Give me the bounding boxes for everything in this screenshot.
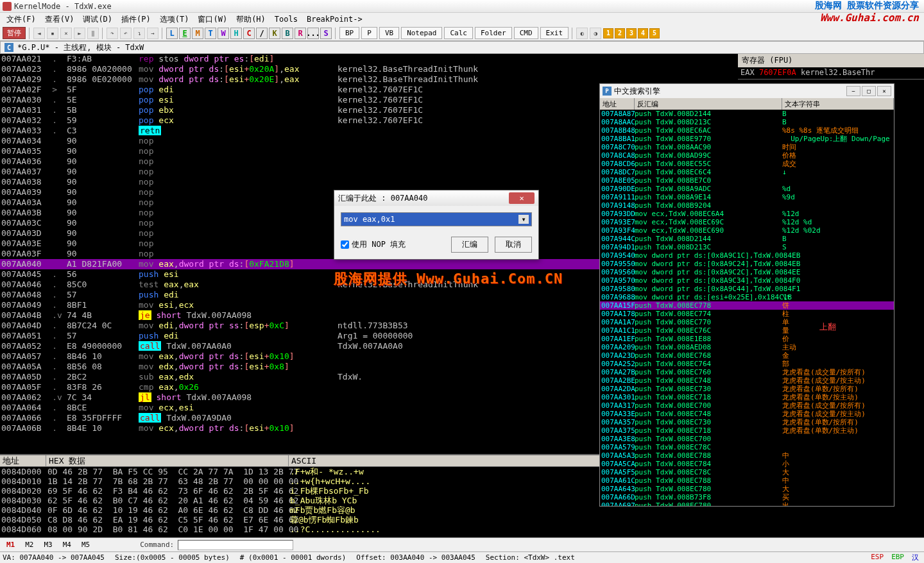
letter-button[interactable]: L	[166, 28, 178, 39]
search-row[interactable]: 007AA66Dpush TdxW.008B73F8买	[600, 493, 894, 501]
search-row[interactable]: 007AA1EFpush TdxW.008E1E88价	[600, 335, 894, 343]
search-row[interactable]: 007AA3E8push TdxW.008EC700	[600, 435, 894, 443]
search-row[interactable]: 007AA178push TdxW.008EC774柱	[600, 310, 894, 318]
number-button[interactable]: 4	[638, 28, 648, 38]
search-row[interactable]: 007A9560mov dword ptr ds:[0x8A9C2C],TdxW…	[600, 268, 894, 276]
tool-btn[interactable]: ◐	[576, 28, 588, 39]
hex-row[interactable]: 0084D0400F 6D 46 62 10 19 46 62 A0 6E 46…	[0, 505, 738, 515]
search-row[interactable]: 007A9570mov dword ptr ds:[0x8A9C34],TdxW…	[600, 276, 894, 285]
menu-item[interactable]: 帮助(H)	[232, 13, 270, 26]
search-row[interactable]: 007AA1C1push TdxW.008EC76C量	[600, 326, 894, 335]
dialog-title[interactable]: 汇编于此处 : 007AA040 ✕	[334, 190, 538, 206]
cancel-button[interactable]: 取消	[495, 237, 532, 253]
search-row[interactable]: 007A93E7mov ecx,TdxW.008EC69C%12d %d	[600, 218, 894, 226]
search-row[interactable]: 007AA27Bpush TdxW.008EC760龙虎看盘(成交量/按所有)	[600, 368, 894, 376]
search-row[interactable]: 007A9540mov dword ptr ds:[0x8A9C1C],TdxW…	[600, 251, 894, 260]
tool-btn[interactable]: ↶	[120, 28, 132, 39]
tab[interactable]: M2	[21, 539, 37, 550]
tab[interactable]: M3	[40, 539, 56, 550]
search-row[interactable]: 007AA5CApush TdxW.008EC784小	[600, 460, 894, 468]
tool-btn[interactable]: ◄	[33, 28, 45, 39]
letter-button[interactable]: K	[269, 28, 280, 39]
search-row[interactable]: 007A9688mov dword ptr ds:[esi+0x25E],0x1…	[600, 293, 894, 301]
disasm-row[interactable]: 007AA023. 8986 0A020000mov dword ptr ds:…	[0, 64, 738, 74]
search-row[interactable]: 007AA33Epush TdxW.008EC748龙虎看盘(成交量/按主动)	[600, 410, 894, 418]
assemble-input[interactable]: mov eax,0x1▾	[341, 212, 532, 226]
toolbar-text-button[interactable]: Calc	[444, 27, 473, 39]
menu-item[interactable]: 插件(P)	[117, 13, 155, 26]
search-row[interactable]: 007A8BA1push TdxW.008E9770 Up/PageUp:上翻 …	[600, 135, 894, 143]
letter-button[interactable]: W	[218, 28, 229, 39]
search-row[interactable]: 007A8AACpush TdxW.008D213CB	[600, 118, 894, 126]
maximize-icon[interactable]: □	[862, 86, 876, 96]
search-row[interactable]: 007A8E05push TdxW.008BE7C0	[600, 176, 894, 185]
search-row[interactable]: 007AA579push TdxW.008EC78C	[600, 443, 894, 451]
search-row[interactable]: 007AA209push TdxW.008AED08主动	[600, 343, 894, 351]
tab[interactable]: M4	[59, 539, 75, 550]
search-row[interactable]: 007AA23Dpush TdxW.008EC768金	[600, 351, 894, 360]
search-row[interactable]: 007A8A87push TdxW.008D2144B	[600, 110, 894, 118]
search-row[interactable]: 007AA15Fpush TdxW.008EC778饼	[600, 301, 894, 310]
letter-button[interactable]: S	[320, 28, 332, 39]
tab[interactable]: M5	[78, 539, 94, 550]
search-row[interactable]: 007A93DDmov ecx,TdxW.008EC6A4%12d	[600, 210, 894, 218]
hex-row[interactable]: 0084D050C8 D8 46 62 EA 19 46 62 C5 5F 46…	[0, 515, 738, 525]
command-input[interactable]	[178, 540, 293, 550]
chevron-down-icon[interactable]: ▾	[518, 215, 529, 224]
search-row[interactable]: 007AA301push TdxW.008EC718龙虎看盘(单数/按主动)	[600, 393, 894, 401]
letter-button[interactable]: R	[295, 28, 306, 39]
search-row[interactable]: 007A8C70push TdxW.008AAC90时间	[600, 143, 894, 151]
search-row[interactable]: 007A8B48push TdxW.008EC6AC%8s %8s 逐笔成交明细	[600, 126, 894, 135]
toolbar-text-button[interactable]: Folder	[475, 27, 512, 39]
tool-btn[interactable]: ►	[74, 28, 85, 39]
search-row[interactable]: 007A9148push TdxW.008B9204	[600, 201, 894, 210]
toolbar-text-button[interactable]: BP	[339, 27, 359, 39]
menu-item[interactable]: BreakPoint->	[303, 13, 366, 25]
tool-btn[interactable]: ↴	[133, 28, 145, 39]
letter-button[interactable]: T	[205, 28, 216, 39]
toolbar-text-button[interactable]: P	[361, 27, 377, 39]
search-row[interactable]: 007AA357push TdxW.008EC730龙虎看盘(单数/按所有)	[600, 418, 894, 426]
search-row[interactable]: 007AA1A7push TdxW.008EC770单	[600, 318, 894, 326]
close-icon[interactable]: ✕	[877, 86, 891, 96]
hex-row[interactable]: 0084D06008 00 90 2D B0 81 46 62 C0 1E 00…	[0, 525, 738, 534]
pause-button[interactable]: 暂停	[3, 27, 26, 39]
letter-button[interactable]: ...	[307, 28, 319, 39]
toolbar-text-button[interactable]: CMD	[514, 27, 538, 39]
tool-btn[interactable]: ▪	[47, 28, 58, 39]
menu-item[interactable]: Tools	[271, 13, 302, 25]
search-row[interactable]: 007A8DC7push TdxW.008EC6C4↓	[600, 168, 894, 176]
number-button[interactable]: 5	[649, 28, 660, 38]
tab[interactable]: M1	[3, 539, 19, 550]
number-button[interactable]: 2	[615, 28, 625, 38]
number-button[interactable]: 3	[626, 28, 637, 38]
disasm-row[interactable]: 007AA021. F3:ABrep stos dword ptr es:[ed…	[0, 54, 738, 64]
close-icon[interactable]: ✕	[509, 192, 535, 204]
tool-btn[interactable]: ↷	[107, 28, 118, 39]
menu-item[interactable]: 选项(T)	[156, 13, 193, 26]
tool-btn[interactable]: ‖	[87, 28, 99, 39]
tool-btn[interactable]: ◑	[590, 28, 601, 39]
menu-item[interactable]: 窗口(W)	[194, 13, 231, 26]
search-row[interactable]: 007A8CD6push TdxW.008EC55C成交	[600, 160, 894, 168]
search-row[interactable]: 007A90DEpush TdxW.008A9ADC%d	[600, 185, 894, 193]
search-row[interactable]: 007A8CA8push TdxW.008AD99C价格	[600, 151, 894, 160]
letter-button[interactable]: /	[256, 28, 268, 39]
search-title[interactable]: P 中文搜索引擎 − □ ✕	[600, 84, 894, 98]
search-row[interactable]: 007AA697push TdxW.008EC780出	[600, 501, 894, 506]
search-row[interactable]: 007AA2BEpush TdxW.008EC748龙虎看盘(成交量/按主动)	[600, 376, 894, 385]
minimize-icon[interactable]: −	[846, 86, 860, 96]
toolbar-text-button[interactable]: Notepad	[401, 27, 442, 39]
letter-button[interactable]: M	[192, 28, 203, 39]
menu-item[interactable]: 调试(D)	[79, 13, 116, 26]
assemble-button[interactable]: 汇编	[451, 237, 488, 253]
toolbar-text-button[interactable]: Exit	[540, 27, 569, 39]
tool-btn[interactable]: ×	[60, 28, 72, 39]
search-row[interactable]: 007AA5F5push TdxW.008EC78C大	[600, 468, 894, 476]
letter-button[interactable]: C	[243, 28, 255, 39]
search-row[interactable]: 007AA643push TdxW.008EC780大	[600, 485, 894, 493]
letter-button[interactable]: B	[282, 28, 293, 39]
letter-button[interactable]: H	[230, 28, 242, 39]
search-row[interactable]: 007A9580mov dword ptr ds:[0x8A9C44],TdxW…	[600, 285, 894, 293]
search-row[interactable]: 007AA61Cpush TdxW.008EC788中	[600, 476, 894, 485]
